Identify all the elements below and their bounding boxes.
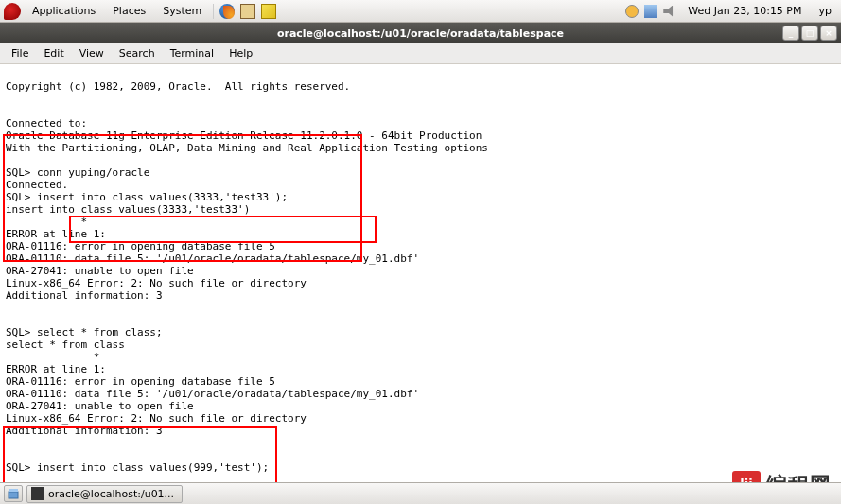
taskbar-item-terminal[interactable]: oracle@localhost:/u01... bbox=[26, 485, 183, 503]
terminal-icon bbox=[31, 487, 44, 500]
minimize-button[interactable]: _ bbox=[782, 26, 799, 41]
places-menu[interactable]: Places bbox=[107, 3, 151, 19]
close-button[interactable]: × bbox=[820, 26, 837, 41]
menu-file[interactable]: File bbox=[6, 45, 34, 61]
menu-help[interactable]: Help bbox=[223, 45, 258, 61]
menu-edit[interactable]: Edit bbox=[38, 45, 69, 61]
show-desktop-button[interactable] bbox=[4, 485, 23, 502]
gnome-top-panel: Applications Places System Wed Jan 23, 1… bbox=[0, 0, 841, 23]
firefox-launcher-icon[interactable] bbox=[219, 4, 235, 19]
menu-terminal[interactable]: Terminal bbox=[165, 45, 220, 61]
distro-logo-icon[interactable] bbox=[4, 3, 21, 20]
window-buttons: _ □ × bbox=[782, 26, 837, 41]
panel-left-group: Applications Places System bbox=[4, 3, 276, 20]
network-tray-icon[interactable] bbox=[644, 5, 657, 18]
user-menu[interactable]: yp bbox=[814, 3, 838, 19]
clipboard-launcher-icon[interactable] bbox=[240, 4, 255, 19]
window-titlebar[interactable]: oracle@localhost:/u01/oracle/oradata/tab… bbox=[0, 23, 841, 43]
panel-divider bbox=[213, 4, 214, 19]
system-menu[interactable]: System bbox=[157, 3, 207, 19]
maximize-button[interactable]: □ bbox=[801, 26, 818, 41]
menu-search[interactable]: Search bbox=[114, 45, 161, 61]
menu-view[interactable]: View bbox=[74, 45, 110, 61]
volume-tray-icon[interactable] bbox=[663, 6, 676, 17]
terminal-menubar: File Edit View Search Terminal Help bbox=[0, 43, 841, 64]
notes-launcher-icon[interactable] bbox=[261, 4, 276, 19]
applications-menu[interactable]: Applications bbox=[26, 3, 101, 19]
panel-right-group: Wed Jan 23, 10:15 PM yp bbox=[625, 3, 837, 19]
svg-rect-1 bbox=[9, 489, 18, 492]
gnome-bottom-panel: oracle@localhost:/u01... bbox=[0, 482, 841, 504]
window-title: oracle@localhost:/u01/oracle/oradata/tab… bbox=[277, 27, 564, 40]
terminal-output[interactable]: Copyright (c) 1982, 2009, Oracle. All ri… bbox=[0, 64, 841, 482]
svg-rect-0 bbox=[9, 492, 18, 498]
taskbar-item-label: oracle@localhost:/u01... bbox=[48, 488, 174, 500]
clock[interactable]: Wed Jan 23, 10:15 PM bbox=[682, 3, 807, 19]
update-tray-icon[interactable] bbox=[625, 5, 639, 18]
